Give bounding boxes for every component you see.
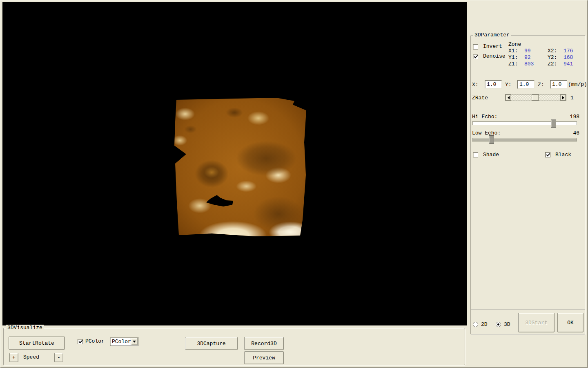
pcolor-checkbox[interactable]: [78, 339, 83, 344]
zone-x2-value: 176: [564, 48, 573, 54]
pcolor-dropdown-value: PColor: [112, 339, 131, 345]
scale-y-label: Y:: [505, 82, 512, 88]
zone-x1-value: 99: [524, 48, 531, 54]
zone-title: Zone: [508, 41, 521, 48]
speed-label: Speed: [23, 354, 39, 361]
speed-minus-button[interactable]: -: [54, 353, 63, 362]
zrate-label: ZRate: [472, 95, 488, 101]
preview-button[interactable]: Preview: [244, 351, 284, 364]
parameter-groupbox-title: 3DParameter: [473, 32, 511, 38]
scale-y-input[interactable]: [517, 80, 535, 89]
render-hole: [206, 195, 236, 208]
render-viewport[interactable]: [2, 2, 467, 325]
zone-x2-label: X2:: [548, 48, 557, 54]
low-echo-value: 46: [565, 130, 579, 137]
invert-label: Invert: [483, 43, 502, 50]
scale-unit-label: (mm/p): [568, 81, 587, 88]
mode-2d-label: 2D: [481, 321, 488, 328]
speed-plus-button[interactable]: +: [9, 353, 18, 362]
low-echo-label: Low Echo:: [472, 130, 501, 137]
zrate-scrollbar[interactable]: [505, 94, 566, 101]
hi-echo-slider-thumb[interactable]: [551, 119, 556, 128]
scale-x-input[interactable]: [485, 80, 502, 89]
zrate-left-arrow-icon[interactable]: [506, 94, 511, 101]
shade-label: Shade: [483, 152, 499, 158]
denoise-checkbox[interactable]: [473, 54, 478, 59]
mode-3d-label: 3D: [504, 321, 510, 328]
black-checkbox[interactable]: [545, 152, 550, 157]
pcolor-dropdown[interactable]: PColor: [110, 337, 138, 346]
zone-y2-label: Y2:: [548, 54, 557, 61]
hi-echo-label: Hi Echo:: [472, 114, 497, 120]
ok-button[interactable]: OK: [557, 313, 584, 332]
parameter-groupbox: 3DParameter Invert Denoise Zone X1: 99 X…: [470, 35, 585, 334]
mode-3d-radio[interactable]: [496, 322, 501, 327]
zone-y2-value: 168: [564, 54, 573, 61]
visualize-groupbox-title: 3DVisualize: [6, 325, 44, 331]
zone-z2-value: 941: [564, 61, 573, 67]
low-echo-slider-thumb[interactable]: [489, 135, 494, 144]
invert-checkbox[interactable]: [473, 44, 478, 49]
scale-x-label: X:: [472, 82, 479, 88]
shade-checkbox[interactable]: [473, 152, 478, 157]
zrate-right-arrow-icon[interactable]: [560, 94, 566, 101]
record-3d-button[interactable]: Record3D: [244, 337, 284, 350]
black-label: Black: [555, 152, 571, 158]
low-echo-slider[interactable]: [472, 138, 577, 141]
zone-z1-value: 803: [524, 61, 534, 67]
start-rotate-button[interactable]: StartRotate: [9, 337, 65, 350]
hi-echo-slider[interactable]: [472, 121, 577, 125]
zrate-scrollbar-thumb[interactable]: [532, 94, 539, 101]
start-3d-button[interactable]: 3DStart: [518, 313, 555, 332]
denoise-label: Denoise: [483, 53, 506, 60]
scale-z-label: Z:: [538, 82, 544, 88]
pcolor-label: PColor: [85, 338, 105, 345]
scale-z-input[interactable]: [550, 80, 567, 89]
mode-2d-radio[interactable]: [473, 322, 478, 327]
ultrasound-render: [173, 97, 306, 236]
visualize-groupbox: 3DVisualize StartRotate + Speed - PColor…: [3, 328, 465, 365]
zone-y1-value: 92: [524, 54, 531, 61]
capture-3d-button[interactable]: 3DCapture: [185, 337, 238, 350]
zone-x1-label: X1:: [508, 48, 518, 54]
panel-separator: [471, 309, 585, 310]
zone-y1-label: Y1:: [508, 54, 518, 61]
zone-z2-label: Z2:: [548, 61, 557, 67]
zrate-value: 1: [570, 95, 574, 101]
pcolor-dropdown-arrow-icon[interactable]: [131, 338, 138, 345]
zone-z1-label: Z1:: [508, 61, 518, 67]
hi-echo-value: 198: [565, 114, 579, 120]
